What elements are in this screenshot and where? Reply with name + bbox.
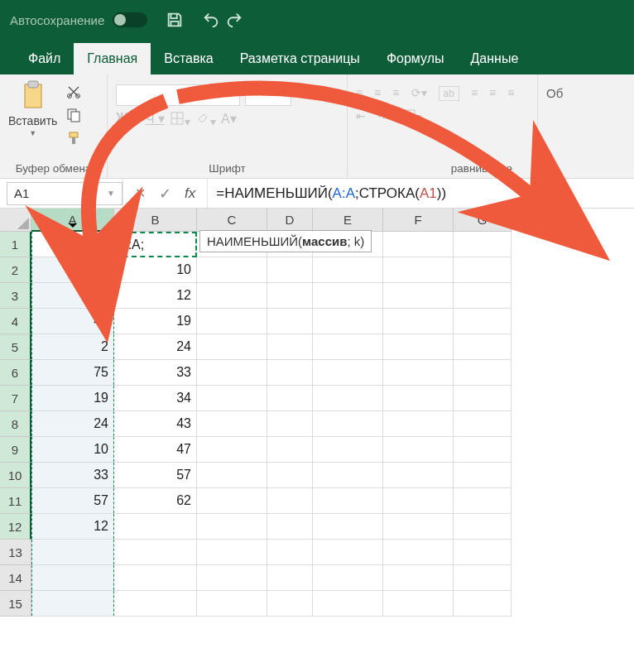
cell-B8[interactable]: 43 (114, 411, 197, 437)
cell-D2[interactable] (267, 257, 313, 283)
font-color-icon[interactable]: A▾ (221, 111, 237, 127)
cell-F14[interactable] (383, 565, 454, 591)
enter-icon[interactable]: ✓ (159, 185, 171, 203)
cell-F5[interactable] (383, 334, 454, 360)
cell-F11[interactable] (383, 488, 454, 514)
cell-B2[interactable]: 10 (114, 257, 197, 283)
cancel-icon[interactable]: ✕ (135, 185, 146, 201)
cell-C3[interactable] (197, 283, 267, 309)
cell-F2[interactable] (383, 257, 454, 283)
cell-C11[interactable] (197, 488, 267, 514)
cell-G6[interactable] (454, 360, 512, 386)
cell-G3[interactable] (454, 283, 512, 309)
bold-icon[interactable]: Ж (116, 111, 127, 126)
cell-C6[interactable] (197, 360, 267, 386)
merge-cells-icon[interactable]: ▾ (399, 109, 421, 123)
row-header-5[interactable]: 5 (0, 334, 31, 360)
align-bottom-icon[interactable]: ≡ (392, 86, 399, 99)
cell-A3[interactable]: 62 (31, 283, 114, 309)
cell-D15[interactable] (267, 591, 313, 617)
cell-G12[interactable] (454, 514, 512, 540)
autosave-toggle[interactable]: Автосохранение (10, 12, 147, 27)
align-middle-icon[interactable]: ≡ (374, 86, 381, 99)
cell-B13[interactable] (114, 540, 197, 565)
cell-F12[interactable] (383, 514, 454, 540)
row-header-13[interactable]: 13 (0, 540, 31, 565)
cell-E15[interactable] (313, 591, 383, 617)
cell-B14[interactable] (114, 565, 197, 591)
redo-icon[interactable] (225, 11, 243, 29)
cell-E2[interactable] (313, 257, 383, 283)
cell-E4[interactable] (313, 309, 383, 334)
align-left-icon[interactable]: ≡ (471, 86, 478, 99)
cell-D12[interactable] (267, 514, 313, 540)
fill-color-icon[interactable]: ▾ (195, 111, 216, 128)
decrease-indent-icon[interactable]: ⇤ (356, 109, 366, 122)
cell-D13[interactable] (267, 540, 313, 565)
save-icon[interactable] (166, 11, 184, 29)
cell-D4[interactable] (267, 309, 313, 334)
cell-B6[interactable]: 33 (114, 360, 197, 386)
cell-C9[interactable] (197, 437, 267, 463)
orientation-icon[interactable]: ⟳▾ (411, 86, 427, 99)
cell-A14[interactable] (31, 565, 114, 591)
copy-button[interactable] (64, 106, 84, 124)
cell-D11[interactable] (267, 488, 313, 514)
font-name-select[interactable] (116, 84, 240, 106)
undo-icon[interactable] (202, 11, 220, 29)
cell-G11[interactable] (454, 488, 512, 514)
increase-font-icon[interactable]: A↑ (296, 84, 311, 98)
cell-G2[interactable] (454, 257, 512, 283)
cell-B4[interactable]: 19 (114, 309, 197, 334)
tab-formulas[interactable]: Формулы (373, 43, 458, 74)
cell-A6[interactable]: 75 (31, 360, 114, 386)
cell-A15[interactable] (31, 591, 114, 617)
select-all-corner[interactable] (0, 209, 31, 232)
cell-D7[interactable] (267, 386, 313, 411)
cell-D9[interactable] (267, 437, 313, 463)
cell-C8[interactable] (197, 411, 267, 437)
cut-button[interactable] (64, 83, 84, 101)
column-header-B[interactable]: B (114, 209, 197, 232)
column-header-C[interactable]: C (197, 209, 267, 232)
cell-G5[interactable] (454, 334, 512, 360)
cell-B3[interactable]: 12 (114, 283, 197, 309)
cell-C4[interactable] (197, 309, 267, 334)
cell-E12[interactable] (313, 514, 383, 540)
cell-E13[interactable] (313, 540, 383, 565)
toggle-off-icon[interactable] (113, 12, 147, 27)
font-size-select[interactable] (245, 84, 291, 106)
tab-layout[interactable]: Разметка страницы (227, 43, 373, 74)
column-header-E[interactable]: E (313, 209, 383, 232)
cell-F8[interactable] (383, 411, 454, 437)
row-header-10[interactable]: 10 (0, 463, 31, 488)
cell-A9[interactable]: 10 (31, 437, 114, 463)
italic-icon[interactable]: К (132, 111, 140, 126)
cell-B10[interactable]: 57 (114, 463, 197, 488)
increase-indent-icon[interactable]: ⇥ (377, 109, 387, 122)
cell-A2[interactable]: 34 (31, 257, 114, 283)
formula-input[interactable]: =НАИМЕНЬШИЙ(A:A;СТРОКА(A1)) (208, 179, 634, 208)
cell-A5[interactable]: 2 (31, 334, 114, 360)
cell-F3[interactable] (383, 283, 454, 309)
cell-E9[interactable] (313, 437, 383, 463)
cell-G9[interactable] (454, 437, 512, 463)
cell-G14[interactable] (454, 565, 512, 591)
cell-A10[interactable]: 33 (31, 463, 114, 488)
cell-D3[interactable] (267, 283, 313, 309)
column-header-A[interactable]: A (31, 209, 114, 232)
cell-F7[interactable] (383, 386, 454, 411)
cell-A8[interactable]: 24 (31, 411, 114, 437)
row-header-3[interactable]: 3 (0, 283, 31, 309)
cell-F13[interactable] (383, 540, 454, 565)
cell-A12[interactable]: 12 (31, 514, 114, 540)
fx-icon[interactable]: fx (185, 185, 195, 202)
row-header-7[interactable]: 7 (0, 386, 31, 411)
tab-insert[interactable]: Вставка (151, 43, 226, 74)
cell-D14[interactable] (267, 565, 313, 591)
tab-data[interactable]: Данные (458, 43, 532, 74)
cell-A11[interactable]: 57 (31, 488, 114, 514)
cell-B12[interactable] (114, 514, 197, 540)
underline-icon[interactable]: Ч ▾ (146, 111, 165, 127)
cell-A7[interactable]: 19 (31, 386, 114, 411)
